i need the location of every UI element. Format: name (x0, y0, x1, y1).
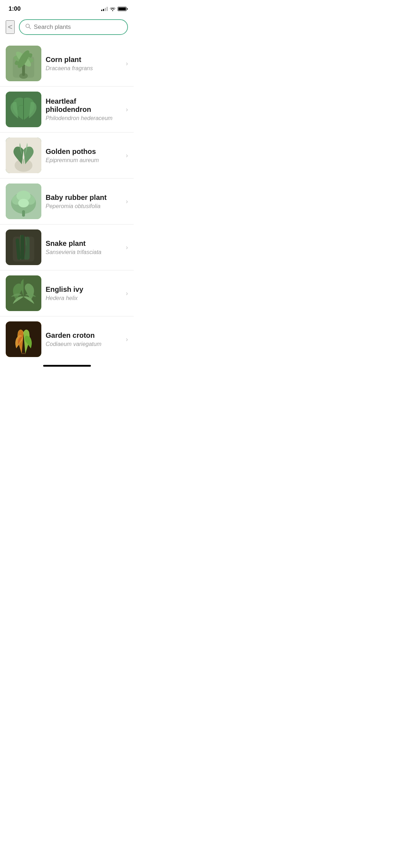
plant-name: English ivy (46, 285, 122, 294)
plant-image (6, 321, 41, 357)
plant-name: Garden croton (46, 331, 122, 340)
plant-info: English ivy Hedera helix (41, 285, 126, 301)
svg-rect-27 (6, 321, 41, 357)
list-item[interactable]: Corn plant Dracaena fragrans › (0, 41, 134, 87)
chevron-right-icon: › (126, 336, 128, 343)
plant-scientific-name: Dracaena fragrans (46, 65, 122, 72)
plant-name: Golden pothos (46, 148, 122, 156)
plant-name: Baby rubber plant (46, 193, 122, 202)
plant-list: Corn plant Dracaena fragrans › Heartleaf… (0, 41, 134, 362)
plant-name: Corn plant (46, 56, 122, 64)
plant-scientific-name: Hedera helix (46, 295, 122, 301)
plant-image (6, 46, 41, 81)
signal-icon (101, 7, 108, 11)
svg-rect-22 (21, 235, 24, 260)
list-item[interactable]: Baby rubber plant Peperomia obtusifolia … (0, 179, 134, 224)
plant-image (6, 184, 41, 219)
plant-info: Heartleaf philodendron Philodendron hede… (41, 97, 126, 122)
search-bar-container: < (0, 16, 134, 41)
chevron-right-icon: › (126, 60, 128, 67)
status-icons (101, 7, 127, 11)
search-icon (25, 24, 31, 31)
list-item[interactable]: Golden pothos Epipremnum aureum › (0, 133, 134, 179)
plant-info: Garden croton Codiaeum variegatum (41, 331, 126, 347)
plant-scientific-name: Peperomia obtusifolia (46, 203, 122, 210)
plant-image (6, 229, 41, 265)
chevron-right-icon: › (126, 244, 128, 251)
plant-info: Snake plant Sansevieria trifasciata (41, 239, 126, 255)
list-item[interactable]: Snake plant Sansevieria trifasciata › (0, 224, 134, 270)
list-item[interactable]: Heartleaf philodendron Philodendron hede… (0, 87, 134, 133)
svg-line-1 (29, 27, 31, 29)
chevron-right-icon: › (126, 198, 128, 205)
wifi-icon (110, 7, 115, 11)
list-item[interactable]: Garden croton Codiaeum variegatum › (0, 316, 134, 362)
svg-rect-19 (22, 210, 25, 217)
list-item[interactable]: English ivy Hedera helix › (0, 270, 134, 316)
plant-scientific-name: Sansevieria trifasciata (46, 249, 122, 255)
plant-scientific-name: Epipremnum aureum (46, 157, 122, 164)
plant-image (6, 92, 41, 127)
chevron-right-icon: › (126, 152, 128, 159)
status-bar: 1:00 (0, 0, 134, 16)
plant-info: Baby rubber plant Peperomia obtusifolia (41, 193, 126, 210)
back-button[interactable]: < (6, 20, 15, 34)
search-input[interactable] (34, 24, 122, 31)
search-input-wrapper (19, 19, 128, 35)
plant-info: Golden pothos Epipremnum aureum (41, 148, 126, 164)
svg-point-12 (15, 159, 32, 172)
battery-icon (118, 7, 127, 11)
plant-name: Snake plant (46, 239, 122, 248)
plant-scientific-name: Philodendron hederaceum (46, 115, 122, 122)
svg-point-18 (18, 199, 29, 207)
home-indicator (0, 362, 134, 368)
home-indicator-bar (43, 365, 91, 367)
status-time: 1:00 (9, 5, 21, 12)
chevron-right-icon: › (126, 290, 128, 297)
plant-name: Heartleaf philodendron (46, 97, 122, 114)
plant-image (6, 275, 41, 311)
plant-info: Corn plant Dracaena fragrans (41, 56, 126, 72)
chevron-right-icon: › (126, 106, 128, 113)
plant-image (6, 138, 41, 173)
plant-scientific-name: Codiaeum variegatum (46, 341, 122, 347)
